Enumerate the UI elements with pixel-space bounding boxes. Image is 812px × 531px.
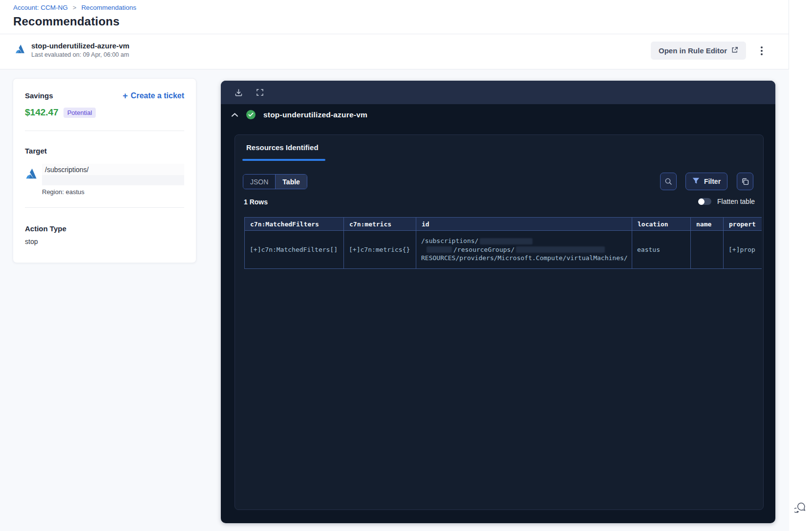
panel-rule-title: stop-underutilized-azure-vm [263, 111, 367, 119]
active-tab-indicator [242, 159, 325, 161]
external-link-icon [731, 46, 738, 55]
filter-button[interactable]: Filter [685, 173, 727, 190]
cell-location: eastus [632, 231, 691, 269]
create-ticket-button[interactable]: + Create a ticket [123, 91, 184, 100]
divider [25, 131, 184, 131]
recommendation-summary-card: Savings + Create a ticket $142.47 Potent… [13, 78, 196, 263]
flatten-table-control: Flatten table [698, 198, 755, 205]
target-path: /subscriptions/ [42, 164, 184, 175]
content-column: Account: CCM-NG > Recommendations Recomm… [0, 0, 789, 531]
search-button[interactable] [660, 173, 677, 190]
potential-badge: Potential [64, 108, 96, 118]
id-line-1: /subscriptions/ [421, 237, 478, 245]
row-count: 1 Rows [244, 198, 268, 206]
view-mode-toggle: JSON Table [243, 174, 307, 189]
target-region: Region: eastus [42, 188, 184, 196]
success-check-icon [246, 110, 256, 119]
open-in-rule-editor-button[interactable]: Open in Rule Editor [651, 42, 746, 60]
collapse-chevron-icon[interactable] [231, 112, 238, 117]
flatten-table-toggle[interactable] [698, 198, 711, 205]
target-path-redacted [42, 175, 184, 185]
rule-title: stop-underutilized-azure-vm [31, 42, 129, 50]
results-table: c7n:MatchedFilters c7n:metrics id locati… [244, 217, 762, 269]
col-header-properties: propert [724, 218, 762, 231]
download-icon[interactable] [234, 88, 243, 97]
col-header-id: id [416, 218, 632, 231]
action-type-value: stop [25, 238, 184, 245]
recommendations-page: Account: CCM-NG > Recommendations Recomm… [0, 0, 812, 531]
create-ticket-label: Create a ticket [131, 91, 184, 100]
breadcrumb: Account: CCM-NG > Recommendations [13, 4, 136, 11]
rule-output-panel: stop-underutilized-azure-vm Resources Id… [221, 81, 775, 523]
azure-logo-icon [15, 44, 25, 56]
panel-rule-row: stop-underutilized-azure-vm [231, 110, 367, 119]
col-header-name: name [691, 218, 724, 231]
cell-metrics-expander[interactable]: [+]c7n:metrics{} [344, 231, 416, 269]
filter-funnel-icon [692, 177, 700, 186]
copy-button[interactable] [737, 173, 753, 190]
tab-resources-identified[interactable]: Resources Identified [242, 143, 322, 152]
col-header-location: location [632, 218, 691, 231]
id-line-2: /resourceGroups/ [453, 245, 514, 254]
col-header-matched-filters: c7n:MatchedFilters [245, 218, 344, 231]
rule-header-row: stop-underutilized-azure-vm Last evaluat… [0, 34, 789, 69]
cell-matched-filters-expander[interactable]: [+]c7n:MatchedFilters[] [245, 231, 344, 269]
target-label: Target [25, 147, 184, 155]
azure-logo-icon-small [25, 167, 38, 182]
more-options-kebab-button[interactable] [757, 44, 767, 58]
fullscreen-icon[interactable] [255, 88, 265, 97]
redacted-text [480, 238, 533, 244]
cell-name [691, 231, 724, 269]
table-header-row: c7n:MatchedFilters c7n:metrics id locati… [245, 218, 762, 231]
plus-icon: + [123, 92, 128, 99]
panel-toolbar [221, 81, 775, 104]
view-json-button[interactable]: JSON [243, 175, 276, 189]
breadcrumb-account-link[interactable]: Account: CCM-NG [13, 4, 68, 11]
breadcrumb-separator: > [73, 4, 77, 11]
action-type-label: Action Type [25, 224, 184, 233]
top-bar: Account: CCM-NG > Recommendations Recomm… [0, 0, 789, 34]
flatten-table-label: Flatten table [717, 198, 755, 205]
results-table-container: c7n:MatchedFilters c7n:metrics id locati… [244, 217, 762, 269]
page-title: Recommendations [13, 15, 120, 28]
rule-identity: stop-underutilized-azure-vm Last evaluat… [15, 42, 129, 58]
view-table-button[interactable]: Table [276, 175, 307, 189]
redacted-text [427, 246, 452, 253]
cell-id: /subscriptions/ /resourceGroups/ RESOURC… [416, 231, 632, 269]
breadcrumb-page-link[interactable]: Recommendations [81, 4, 136, 11]
cell-properties-expander[interactable]: [+]prop [724, 231, 762, 269]
divider [25, 207, 184, 208]
col-header-metrics: c7n:metrics [344, 218, 416, 231]
savings-label: Savings [25, 91, 53, 100]
main-area: Savings + Create a ticket $142.47 Potent… [0, 69, 789, 531]
savings-amount: $142.47 [25, 107, 59, 118]
id-line-3: RESOURCES/providers/Microsoft.Compute/vi… [421, 254, 628, 263]
redacted-text [516, 246, 605, 253]
rule-last-evaluated: Last evaluated on: 09 Apr, 06:00 am [31, 51, 129, 58]
rule-header-actions: Open in Rule Editor [651, 42, 767, 60]
resources-card: Resources Identified JSON Table [235, 134, 764, 510]
chat-help-icon[interactable] [793, 500, 809, 515]
open-in-rule-editor-label: Open in Rule Editor [659, 46, 727, 55]
target-row: /subscriptions/ [25, 164, 184, 185]
table-row: [+]c7n:MatchedFilters[] [+]c7n:metrics{}… [245, 231, 762, 269]
filter-label: Filter [704, 177, 721, 185]
